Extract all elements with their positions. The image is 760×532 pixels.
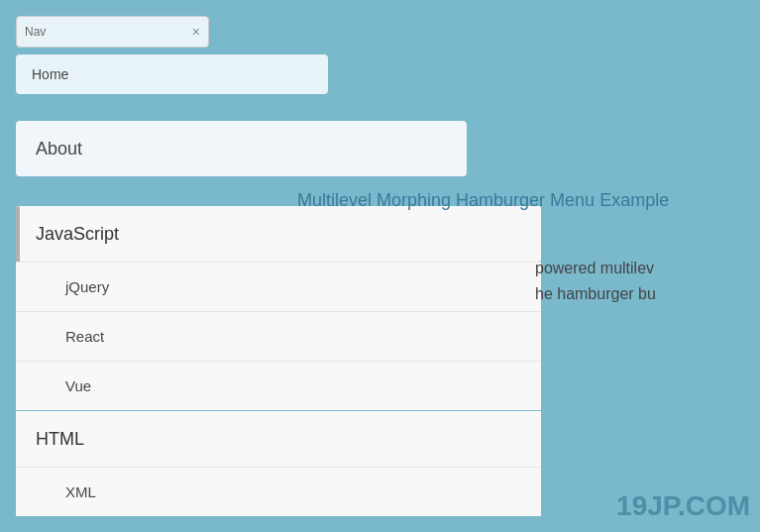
menu-item-vue[interactable]: Vue [16,361,541,410]
menu-item-javascript[interactable]: JavaScript [16,206,541,262]
menu-html-label: HTML [36,429,84,450]
search-bar[interactable]: × [16,16,209,48]
main-text-line1: powered multilev [535,260,654,276]
main-text: powered multilev he hamburger bu [535,256,760,306]
search-input[interactable] [25,25,192,39]
menu-react-label: React [65,328,104,345]
search-close-button[interactable]: × [192,25,200,39]
main-text-line2: he hamburger bu [535,285,656,302]
watermark: 19JP.COM [616,490,750,522]
menu-item-html[interactable]: HTML [16,411,541,467]
menu-home-label: Home [32,66,68,82]
menu-xml-label: XML [65,483,96,500]
menu-jquery-label: jQuery [65,278,109,295]
menu-item-xml[interactable]: XML [16,467,541,516]
menu-item-about[interactable]: About [16,121,467,176]
main-title: Multilevel Morphing Hamburger Menu Examp… [297,190,669,211]
menu-item-home[interactable]: Home [16,54,328,94]
menu-item-jquery[interactable]: jQuery [16,262,541,311]
javascript-subitems: jQuery React Vue [16,262,541,410]
menu-javascript-label: JavaScript [36,224,119,245]
menu-item-react[interactable]: React [16,311,541,361]
menu-about-label: About [36,139,82,160]
menu-vue-label: Vue [65,377,91,394]
